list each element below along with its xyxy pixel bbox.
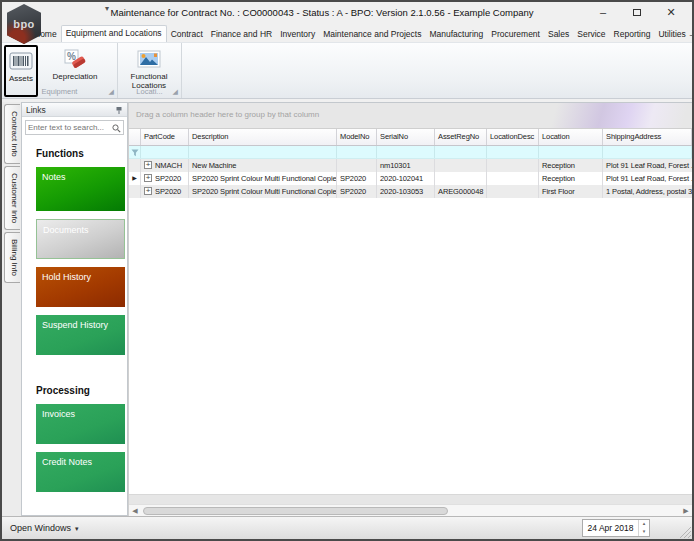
cell-modelno bbox=[337, 159, 377, 172]
group-by-bar[interactable]: Drag a column header here to group by th… bbox=[129, 103, 692, 129]
ribbon-group-equipment: Assets % Depreciation Equipment ◢ bbox=[2, 43, 118, 98]
search-input[interactable] bbox=[28, 123, 112, 132]
depreciation-label: Depreciation bbox=[53, 72, 98, 81]
window-title: Maintenance for Contract No. : CO0000043… bbox=[62, 2, 582, 24]
cell-description: SP2020 Sprint Colour Multi Functional Co… bbox=[189, 185, 337, 198]
cell-locationdesc bbox=[487, 172, 539, 185]
spinner-up-icon[interactable]: ▴ bbox=[639, 520, 649, 528]
filter-cell-serialno[interactable] bbox=[377, 146, 435, 158]
cell-assetregno bbox=[435, 159, 487, 172]
maximize-button[interactable] bbox=[620, 2, 654, 24]
window-controls: – ✕ bbox=[586, 2, 688, 24]
bpo-logo-text: bpo bbox=[13, 18, 35, 30]
close-button[interactable]: ✕ bbox=[654, 2, 688, 24]
cell-modelno: SP2020 bbox=[337, 172, 377, 185]
filter-cell-description[interactable] bbox=[189, 146, 337, 158]
tab-sales[interactable]: Sales bbox=[544, 27, 573, 42]
table-row[interactable]: +NMACH New Machine nm10301 Reception Plo… bbox=[129, 159, 692, 172]
filter-cell-shippingaddress[interactable] bbox=[603, 146, 692, 158]
table-row[interactable]: +SP2020 SP2020 Sprint Colour Multi Funct… bbox=[129, 185, 692, 198]
minimize-button[interactable]: – bbox=[586, 2, 620, 24]
current-row-arrow-icon: ▶ bbox=[129, 172, 141, 185]
mdi-window-controls: – ✕ bbox=[690, 30, 694, 42]
open-windows-button[interactable]: Open Windows▾ bbox=[10, 517, 79, 540]
column-header-locationdesc[interactable]: LocationDesc bbox=[487, 129, 539, 145]
suspend-history-button[interactable]: Suspend History bbox=[36, 315, 125, 355]
row-indicator bbox=[129, 159, 141, 172]
column-header-shippingaddress[interactable]: ShippingAddress bbox=[603, 129, 692, 145]
side-tab-billing-info[interactable]: Billing Info bbox=[4, 232, 20, 283]
filter-cell-modelno[interactable] bbox=[337, 146, 377, 158]
pin-icon[interactable] bbox=[115, 101, 123, 119]
functions-heading: Functions bbox=[36, 148, 123, 159]
filter-cell-partcode[interactable] bbox=[141, 146, 189, 158]
search-icon[interactable] bbox=[112, 119, 121, 137]
expand-row-icon[interactable]: + bbox=[144, 161, 152, 169]
tab-contract[interactable]: Contract bbox=[167, 27, 207, 42]
column-header-modelno[interactable]: ModelNo bbox=[337, 129, 377, 145]
side-tab-contract-info[interactable]: Contract Info bbox=[4, 104, 20, 164]
tab-procurement[interactable]: Procurement bbox=[487, 27, 544, 42]
picture-icon bbox=[137, 48, 161, 70]
grid-header-row: PartCode Description ModelNo SerialNo As… bbox=[129, 129, 692, 146]
date-picker[interactable]: 24 Apr 2018 ▴ ▾ bbox=[582, 519, 650, 537]
processing-heading: Processing bbox=[36, 385, 123, 396]
caret-down-icon: ▾ bbox=[75, 525, 79, 532]
documents-button[interactable]: Documents bbox=[36, 219, 125, 259]
date-value: 24 Apr 2018 bbox=[583, 520, 638, 536]
hold-history-button[interactable]: Hold History bbox=[36, 267, 125, 307]
dialog-launcher-icon[interactable]: ◢ bbox=[109, 86, 114, 97]
tab-manufacturing[interactable]: Manufacturing bbox=[425, 27, 487, 42]
date-spinner: ▴ ▾ bbox=[638, 520, 649, 536]
filter-cell-locationdesc[interactable] bbox=[487, 146, 539, 158]
cell-locationdesc bbox=[487, 185, 539, 198]
column-header-description[interactable]: Description bbox=[189, 129, 337, 145]
credit-notes-button[interactable]: Credit Notes bbox=[36, 452, 125, 492]
cell-partcode: +SP2020 bbox=[141, 185, 189, 198]
ribbon: Assets % Depreciation Equipment ◢ Functi… bbox=[2, 42, 692, 99]
app-window: bpo ▾ Maintenance for Contract No. : CO0… bbox=[0, 0, 694, 541]
links-panel-title: Links bbox=[26, 105, 115, 115]
column-header-location[interactable]: Location bbox=[539, 129, 603, 145]
expand-row-icon[interactable]: + bbox=[144, 187, 152, 195]
filter-icon bbox=[129, 146, 141, 158]
cell-shippingaddress: 1 Postal, Address, postal 3... bbox=[603, 185, 692, 198]
column-header-assetregno[interactable]: AssetRegNo bbox=[435, 129, 487, 145]
cell-serialno: 2020-103053 bbox=[377, 185, 435, 198]
column-header-serialno[interactable]: SerialNo bbox=[377, 129, 435, 145]
tab-maintenance-and-projects[interactable]: Maintenance and Projects bbox=[319, 27, 425, 42]
dialog-launcher-icon[interactable]: ◢ bbox=[173, 86, 178, 97]
cell-partcode: +NMACH bbox=[141, 159, 189, 172]
tab-inventory[interactable]: Inventory bbox=[276, 27, 319, 42]
filter-row bbox=[129, 146, 692, 159]
table-row-selected[interactable]: ▶ +SP2020 SP2020 Sprint Colour Multi Fun… bbox=[129, 172, 692, 185]
horizontal-scrollbar[interactable]: ◀ ▶ bbox=[129, 504, 692, 516]
status-bar: Open Windows▾ 24 Apr 2018 ▴ ▾ bbox=[2, 516, 692, 539]
tab-finance-and-hr[interactable]: Finance and HR bbox=[207, 27, 276, 42]
tab-service[interactable]: Service bbox=[573, 27, 609, 42]
assets-label: Assets bbox=[9, 74, 33, 83]
column-header-partcode[interactable]: PartCode bbox=[141, 129, 189, 145]
percent-eraser-icon: % bbox=[63, 48, 87, 70]
invoices-button[interactable]: Invoices bbox=[36, 404, 125, 444]
cell-locationdesc bbox=[487, 159, 539, 172]
title-bar: bpo ▾ Maintenance for Contract No. : CO0… bbox=[2, 2, 692, 24]
tab-utilities[interactable]: Utilities bbox=[654, 27, 689, 42]
side-tab-customer-info[interactable]: Customer Info bbox=[4, 166, 20, 230]
spinner-down-icon[interactable]: ▾ bbox=[639, 528, 649, 536]
cell-serialno: 2020-102041 bbox=[377, 172, 435, 185]
mdi-minimize-button[interactable]: – bbox=[690, 30, 694, 40]
tab-equipment-and-locations[interactable]: Equipment and Locations bbox=[61, 25, 167, 42]
row-indicator bbox=[129, 185, 141, 198]
filter-cell-assetregno[interactable] bbox=[435, 146, 487, 158]
cell-description: SP2020 Sprint Colour Multi Functional Co… bbox=[189, 172, 337, 185]
group-caption-locations: Locati... bbox=[120, 86, 179, 97]
cell-serialno: nm10301 bbox=[377, 159, 435, 172]
scrollbar-thumb[interactable] bbox=[143, 507, 448, 515]
tab-reporting[interactable]: Reporting bbox=[610, 27, 655, 42]
expand-row-icon[interactable]: + bbox=[144, 174, 152, 182]
filter-cell-location[interactable] bbox=[539, 146, 603, 158]
resize-grip[interactable] bbox=[678, 525, 691, 538]
side-tab-strip: Contract Info Customer Info Billing Info bbox=[2, 102, 21, 516]
notes-button[interactable]: Notes bbox=[36, 167, 125, 211]
